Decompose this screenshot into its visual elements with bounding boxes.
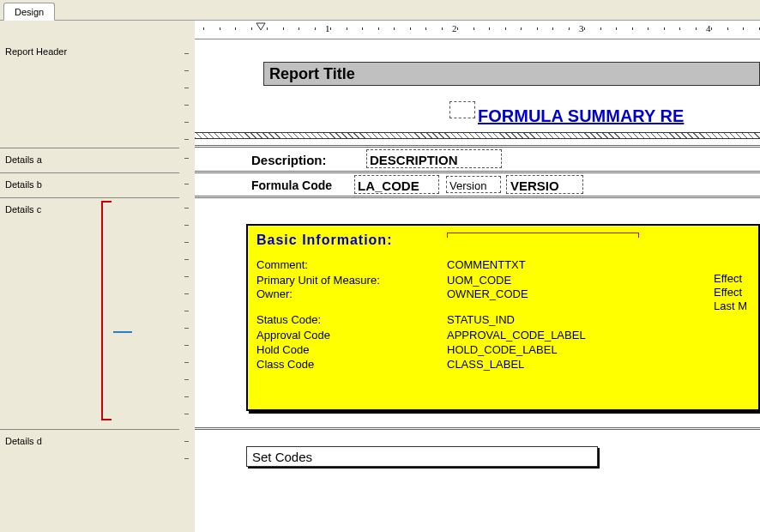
- formula-code-field[interactable]: LA_CODE: [358, 178, 419, 193]
- basic-information-box[interactable]: Basic Information: Comment: COMMENTTXT P…: [246, 224, 760, 411]
- horizontal-ruler[interactable]: 1 2 3 4: [195, 21, 760, 39]
- tab-design[interactable]: Design: [3, 3, 55, 21]
- ruler-marker-icon[interactable]: [255, 21, 267, 35]
- owner-field[interactable]: OWNER_CODE: [447, 287, 528, 300]
- owner-label[interactable]: Owner:: [256, 287, 293, 300]
- tick-column: [179, 21, 195, 532]
- design-canvas[interactable]: Report Title FORMULA SUMMARY RE Descript…: [195, 21, 760, 532]
- status-field[interactable]: STATUS_IND: [447, 313, 515, 326]
- report-title-field[interactable]: Report Title: [263, 62, 760, 86]
- approval-field[interactable]: APPROVAL_CODE_LABEL: [447, 329, 586, 342]
- set-codes-field[interactable]: Set Codes: [246, 446, 598, 467]
- section-details-b[interactable]: Details b: [5, 179, 42, 190]
- description-field[interactable]: DESCRIPTION: [370, 153, 458, 167]
- effect-label-2[interactable]: Effect: [714, 286, 742, 299]
- class-label[interactable]: Class Code: [256, 358, 314, 371]
- effect-label-1[interactable]: Effect: [714, 272, 742, 285]
- ruler-label: 2: [452, 23, 457, 33]
- set-codes-label: Set Codes: [252, 450, 312, 464]
- description-label[interactable]: Description:: [251, 153, 327, 167]
- version-label[interactable]: Version: [449, 179, 486, 192]
- hold-label[interactable]: Hold Code: [256, 343, 309, 356]
- comment-label[interactable]: Comment:: [256, 258, 308, 271]
- ruler-label: 4: [706, 23, 711, 33]
- version-field[interactable]: VERSIO: [510, 178, 559, 193]
- comment-field[interactable]: COMMENTTXT: [447, 258, 526, 271]
- last-label[interactable]: Last M: [714, 299, 747, 312]
- section-details-d[interactable]: Details d: [5, 436, 42, 446]
- ruler-label: 1: [325, 23, 330, 33]
- section-details-c[interactable]: Details c: [5, 204, 41, 215]
- class-field[interactable]: CLASS_LABEL: [447, 358, 524, 371]
- section-divider-hatch: [195, 132, 760, 139]
- hold-field[interactable]: HOLD_CODE_LABEL: [447, 343, 558, 356]
- approval-label[interactable]: Approval Code: [256, 329, 330, 342]
- basic-info-heading: Basic Information:: [256, 233, 392, 248]
- section-report-header[interactable]: Report Header: [5, 46, 67, 57]
- report-link-title[interactable]: FORMULA SUMMARY RE: [478, 106, 684, 126]
- annotation-insert-mark: [113, 331, 132, 333]
- section-column: Report Header Details a Details b Detail…: [0, 21, 179, 532]
- puom-label[interactable]: Primary Unit of Measure:: [256, 274, 380, 287]
- ruler-label: 3: [579, 23, 584, 33]
- puom-field[interactable]: UOM_CODE: [447, 274, 511, 287]
- section-details-a[interactable]: Details a: [5, 154, 42, 165]
- annotation-bracket-h: [447, 233, 639, 238]
- status-label[interactable]: Status Code:: [256, 313, 321, 326]
- tab-row: Design: [0, 0, 760, 21]
- main-layout: 1 2 3 4 Report Header Details a Details …: [0, 21, 760, 532]
- annotation-bracket: [101, 201, 112, 420]
- formula-code-label[interactable]: Formula Code: [251, 178, 332, 192]
